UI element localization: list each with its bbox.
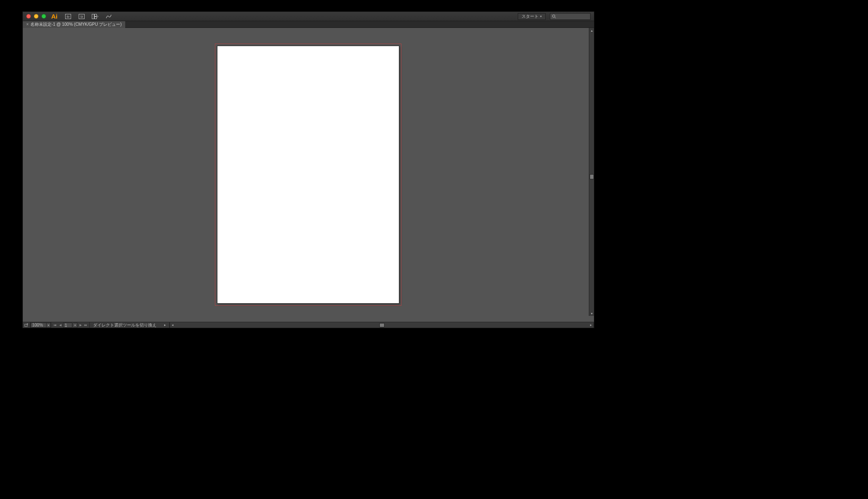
- next-artboard-icon[interactable]: ▶: [78, 324, 82, 327]
- tab-strip: × 名称未設定-1 @ 100% (CMYK/GPU プレビュー): [23, 21, 594, 28]
- tab-title: 名称未設定-1 @ 100% (CMYK/GPU プレビュー): [30, 22, 122, 27]
- svg-point-7: [552, 15, 555, 17]
- scroll-right-arrow-icon[interactable]: ▸: [588, 323, 593, 328]
- scroll-left-arrow-icon[interactable]: ◂: [170, 323, 175, 328]
- minimize-button[interactable]: [34, 14, 38, 19]
- document-tab[interactable]: × 名称未設定-1 @ 100% (CMYK/GPU プレビュー): [23, 21, 125, 28]
- chevron-down-icon: ▾: [540, 15, 542, 18]
- app-logo: Ai: [51, 13, 58, 20]
- maximize-button[interactable]: [41, 14, 46, 19]
- gpu-icon[interactable]: [105, 13, 113, 20]
- close-button[interactable]: [26, 14, 31, 19]
- canvas-area[interactable]: ▴ ▾: [23, 28, 594, 322]
- titlebar: Ai Br St スタート ▾: [23, 12, 594, 21]
- horizontal-scrollbar[interactable]: ◂ ▸: [170, 323, 594, 328]
- status-bar: 100% ▾ ⏮ ◀ 1 ▾ ▶ ⏭ ダイレクト選択ツールを切り換え ▸ ◂ ▸: [23, 322, 594, 328]
- window-controls: [26, 14, 46, 19]
- arrange-documents-icon[interactable]: [91, 13, 99, 20]
- svg-text:St: St: [80, 15, 83, 18]
- svg-rect-4: [92, 14, 94, 19]
- svg-text:Br: Br: [67, 15, 70, 18]
- bleed-guide: [215, 44, 401, 306]
- vertical-scrollbar[interactable]: ▴ ▾: [589, 28, 594, 316]
- start-workspace-button[interactable]: スタート ▾: [518, 13, 546, 20]
- svg-line-8: [555, 17, 556, 18]
- start-label: スタート: [522, 14, 538, 19]
- first-artboard-icon[interactable]: ⏮: [53, 324, 57, 326]
- prev-artboard-icon[interactable]: ◀: [58, 324, 62, 327]
- close-tab-icon[interactable]: ×: [26, 22, 29, 27]
- top-toolbar: Br St: [64, 13, 113, 20]
- export-icon[interactable]: [23, 322, 30, 328]
- svg-rect-5: [95, 14, 97, 16]
- bridge-icon[interactable]: Br: [64, 13, 72, 20]
- zoom-control: 100% ▾: [30, 322, 51, 328]
- svg-rect-6: [95, 16, 97, 19]
- zoom-input[interactable]: 100%: [30, 323, 47, 328]
- tool-hint: ダイレクト選択ツールを切り換え ▸: [90, 322, 170, 328]
- artboard-dropdown-icon[interactable]: ▾: [73, 323, 77, 328]
- vertical-scroll-thumb[interactable]: [590, 174, 594, 179]
- horizontal-scroll-thumb[interactable]: [379, 323, 385, 327]
- search-input[interactable]: [550, 13, 591, 20]
- zoom-dropdown-icon[interactable]: ▾: [47, 323, 51, 328]
- scroll-down-arrow-icon[interactable]: ▾: [589, 311, 594, 316]
- scroll-up-arrow-icon[interactable]: ▴: [589, 28, 594, 33]
- search-icon: [552, 14, 556, 19]
- artboard-nav: ⏮ ◀ 1 ▾ ▶ ⏭: [51, 322, 90, 328]
- artboard-container: [217, 46, 399, 304]
- last-artboard-icon[interactable]: ⏭: [83, 324, 88, 326]
- illustrator-window: Ai Br St スタート ▾ ×: [22, 11, 594, 328]
- chevron-right-icon[interactable]: ▸: [164, 323, 166, 327]
- titlebar-right: スタート ▾: [518, 13, 591, 20]
- stock-icon[interactable]: St: [78, 13, 85, 20]
- artboard-number-input[interactable]: 1: [63, 323, 72, 328]
